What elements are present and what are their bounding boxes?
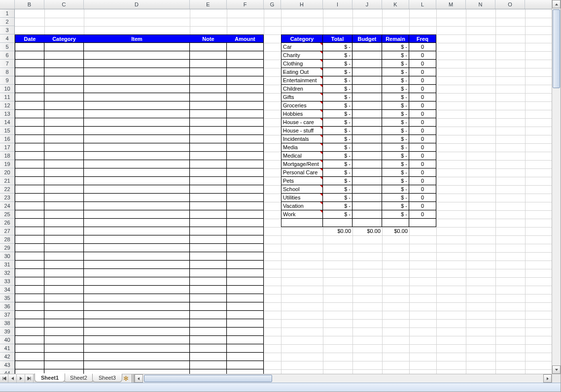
- left-cell-F10[interactable]: [227, 85, 264, 93]
- summary-grand-total-budget[interactable]: $0.00: [352, 227, 382, 235]
- summary-freq-7[interactable]: 0: [409, 60, 436, 68]
- summary-budget-5[interactable]: [352, 43, 382, 51]
- summary-budget-6[interactable]: [352, 51, 382, 60]
- left-cell-C19[interactable]: [44, 160, 84, 168]
- left-cell-E7[interactable]: [190, 60, 227, 68]
- left-cell-B40[interactable]: [15, 336, 44, 344]
- summary-category-17[interactable]: Media: [281, 143, 323, 152]
- row-header-20[interactable]: 20: [0, 168, 14, 177]
- left-cell-F40[interactable]: [227, 336, 264, 344]
- left-cell-E37[interactable]: [190, 311, 227, 319]
- left-cell-D36[interactable]: [84, 302, 190, 311]
- summary-remain-22[interactable]: $ -: [382, 185, 409, 194]
- left-cell-F17[interactable]: [227, 143, 264, 152]
- left-cell-F42[interactable]: [227, 353, 264, 361]
- summary-freq-21[interactable]: 0: [409, 177, 436, 185]
- left-cell-C18[interactable]: [44, 152, 84, 160]
- summary-budget-24[interactable]: [352, 202, 382, 210]
- row-header-24[interactable]: 24: [0, 202, 14, 210]
- row-header-5[interactable]: 5: [0, 43, 14, 51]
- left-cell-F6[interactable]: [227, 51, 264, 60]
- left-cell-F41[interactable]: [227, 344, 264, 353]
- left-cell-B25[interactable]: [15, 210, 44, 219]
- left-cell-C22[interactable]: [44, 185, 84, 194]
- column-header-N[interactable]: N: [466, 0, 495, 9]
- left-cell-D21[interactable]: [84, 177, 190, 185]
- left-cell-B10[interactable]: [15, 85, 44, 93]
- tab-nav-next-button[interactable]: [17, 374, 25, 383]
- summary-budget-15[interactable]: [352, 127, 382, 135]
- left-cell-B24[interactable]: [15, 202, 44, 210]
- summary-total-23[interactable]: $ -: [323, 194, 352, 202]
- horizontal-scrollbar[interactable]: [134, 374, 552, 383]
- left-cell-F32[interactable]: [227, 269, 264, 277]
- summary-total-9[interactable]: $ -: [323, 76, 352, 85]
- summary-category-25[interactable]: Work: [281, 210, 323, 219]
- left-cell-D14[interactable]: [84, 118, 190, 127]
- summary-budget-19[interactable]: [352, 160, 382, 168]
- row-header-31[interactable]: 31: [0, 261, 14, 269]
- left-cell-B42[interactable]: [15, 353, 44, 361]
- summary-budget-9[interactable]: [352, 76, 382, 85]
- left-cell-C29[interactable]: [44, 244, 84, 252]
- row-header-38[interactable]: 38: [0, 319, 14, 327]
- left-cell-E33[interactable]: [190, 277, 227, 286]
- summary-total-14[interactable]: $ -: [323, 118, 352, 127]
- summary-remain-21[interactable]: $ -: [382, 177, 409, 185]
- summary-total-7[interactable]: $ -: [323, 60, 352, 68]
- row-header-23[interactable]: 23: [0, 194, 14, 202]
- summary-budget-11[interactable]: [352, 93, 382, 101]
- summary-total-5[interactable]: $ -: [323, 43, 352, 51]
- summary-category-19[interactable]: Mortgage/Rent: [281, 160, 323, 168]
- summary-freq-6[interactable]: 0: [409, 51, 436, 60]
- summary-freq-18[interactable]: 0: [409, 152, 436, 160]
- vertical-scroll-track[interactable]: [552, 8, 561, 365]
- row-header-21[interactable]: 21: [0, 177, 14, 185]
- left-cell-F21[interactable]: [227, 177, 264, 185]
- left-cell-E10[interactable]: [190, 85, 227, 93]
- column-header-G[interactable]: G: [264, 0, 281, 9]
- tab-nav-first-button[interactable]: [0, 374, 8, 383]
- row-header-35[interactable]: 35: [0, 294, 14, 302]
- left-cell-D39[interactable]: [84, 327, 190, 336]
- left-cell-E35[interactable]: [190, 294, 227, 302]
- summary-freq-13[interactable]: 0: [409, 110, 436, 118]
- row-header-25[interactable]: 25: [0, 210, 14, 219]
- column-header-M[interactable]: M: [436, 0, 466, 9]
- row-header-13[interactable]: 13: [0, 110, 14, 118]
- left-cell-D6[interactable]: [84, 51, 190, 60]
- left-cell-E14[interactable]: [190, 118, 227, 127]
- summary-total-15[interactable]: $ -: [323, 127, 352, 135]
- left-cell-F14[interactable]: [227, 118, 264, 127]
- column-header-C[interactable]: C: [44, 0, 84, 9]
- left-cell-E30[interactable]: [190, 252, 227, 261]
- left-cell-D13[interactable]: [84, 110, 190, 118]
- left-cell-E43[interactable]: [190, 361, 227, 369]
- left-cell-B14[interactable]: [15, 118, 44, 127]
- left-cell-D43[interactable]: [84, 361, 190, 369]
- left-cell-E17[interactable]: [190, 143, 227, 152]
- left-cell-C13[interactable]: [44, 110, 84, 118]
- left-cell-F19[interactable]: [227, 160, 264, 168]
- left-cell-F26[interactable]: [227, 219, 264, 227]
- summary-total-18[interactable]: $ -: [323, 152, 352, 160]
- left-cell-D42[interactable]: [84, 353, 190, 361]
- left-cell-F38[interactable]: [227, 319, 264, 327]
- left-cell-D34[interactable]: [84, 286, 190, 294]
- left-cell-D15[interactable]: [84, 127, 190, 135]
- summary-total-24[interactable]: $ -: [323, 202, 352, 210]
- left-cell-B19[interactable]: [15, 160, 44, 168]
- left-cell-C30[interactable]: [44, 252, 84, 261]
- summary-category-21[interactable]: Pets: [281, 177, 323, 185]
- summary-category-15[interactable]: House - stuff: [281, 127, 323, 135]
- left-cell-F31[interactable]: [227, 261, 264, 269]
- row-header-33[interactable]: 33: [0, 277, 14, 286]
- row-header-32[interactable]: 32: [0, 269, 14, 277]
- left-cell-B41[interactable]: [15, 344, 44, 353]
- summary-remain-7[interactable]: $ -: [382, 60, 409, 68]
- summary-category-23[interactable]: Utilities: [281, 194, 323, 202]
- left-cell-B43[interactable]: [15, 361, 44, 369]
- left-cell-D22[interactable]: [84, 185, 190, 194]
- left-cell-E28[interactable]: [190, 235, 227, 244]
- summary-budget-25[interactable]: [352, 210, 382, 219]
